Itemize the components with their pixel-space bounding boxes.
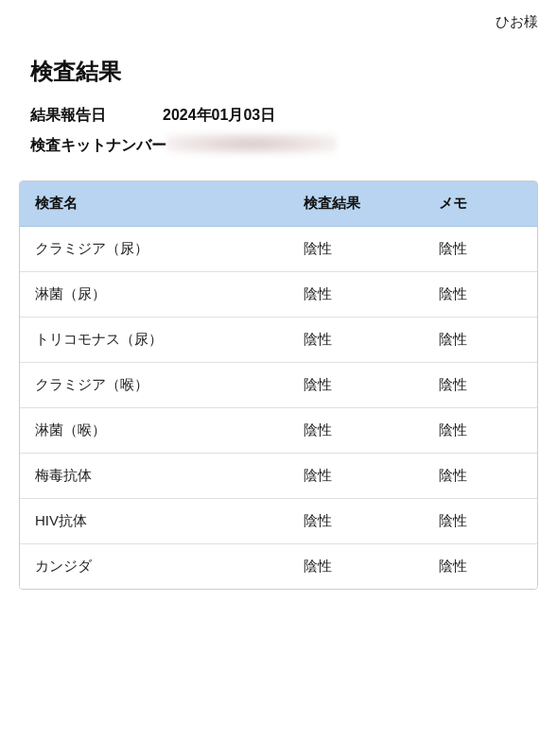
kit-number-blur [166, 133, 337, 154]
table-row: 淋菌（喉）陰性陰性 [20, 408, 537, 454]
cell-test-memo: 陰性 [424, 454, 537, 499]
meta-section: 結果報告日 2024年01月03日 検査キットナンバー [30, 106, 557, 158]
table-row: クラミジア（喉）陰性陰性 [20, 363, 537, 408]
cell-test-result: 陰性 [288, 454, 423, 499]
cell-test-name: トリコモナス（尿） [20, 318, 288, 363]
table-row: 淋菌（尿）陰性陰性 [20, 272, 537, 318]
cell-test-name: HIV抗体 [20, 499, 288, 544]
cell-test-result: 陰性 [288, 318, 423, 363]
cell-test-name: 淋菌（尿） [20, 272, 288, 318]
cell-test-result: 陰性 [288, 363, 423, 408]
results-table: 検査名 検査結果 メモ クラミジア（尿）陰性陰性淋菌（尿）陰性陰性トリコモナス（… [20, 181, 537, 589]
cell-test-result: 陰性 [288, 544, 423, 590]
kit-number-label: 検査キットナンバー [30, 136, 166, 156]
report-date-value: 2024年01月03日 [163, 106, 275, 126]
cell-test-name: クラミジア（尿） [20, 227, 288, 272]
user-name: ひお様 [496, 13, 538, 31]
col-header-memo: メモ [424, 181, 537, 227]
table-row: 梅毒抗体陰性陰性 [20, 454, 537, 499]
cell-test-memo: 陰性 [424, 272, 537, 318]
col-header-name: 検査名 [20, 181, 288, 227]
col-header-result: 検査結果 [288, 181, 423, 227]
cell-test-name: クラミジア（喉） [20, 363, 288, 408]
results-table-container: 検査名 検査結果 メモ クラミジア（尿）陰性陰性淋菌（尿）陰性陰性トリコモナス（… [19, 180, 538, 590]
cell-test-result: 陰性 [288, 499, 423, 544]
kit-number-value [166, 133, 337, 158]
cell-test-memo: 陰性 [424, 318, 537, 363]
cell-test-name: 梅毒抗体 [20, 454, 288, 499]
page-title: 検査結果 [30, 57, 557, 87]
table-header-row: 検査名 検査結果 メモ [20, 181, 537, 227]
report-date-row: 結果報告日 2024年01月03日 [30, 106, 557, 126]
report-date-label: 結果報告日 [30, 106, 163, 126]
table-row: カンジダ陰性陰性 [20, 544, 537, 590]
table-row: トリコモナス（尿）陰性陰性 [20, 318, 537, 363]
cell-test-result: 陰性 [288, 272, 423, 318]
table-row: HIV抗体陰性陰性 [20, 499, 537, 544]
kit-number-row: 検査キットナンバー [30, 133, 557, 158]
cell-test-memo: 陰性 [424, 227, 537, 272]
cell-test-name: 淋菌（喉） [20, 408, 288, 454]
cell-test-memo: 陰性 [424, 544, 537, 590]
cell-test-name: カンジダ [20, 544, 288, 590]
table-row: クラミジア（尿）陰性陰性 [20, 227, 537, 272]
cell-test-memo: 陰性 [424, 499, 537, 544]
cell-test-result: 陰性 [288, 227, 423, 272]
cell-test-memo: 陰性 [424, 363, 537, 408]
cell-test-result: 陰性 [288, 408, 423, 454]
cell-test-memo: 陰性 [424, 408, 537, 454]
